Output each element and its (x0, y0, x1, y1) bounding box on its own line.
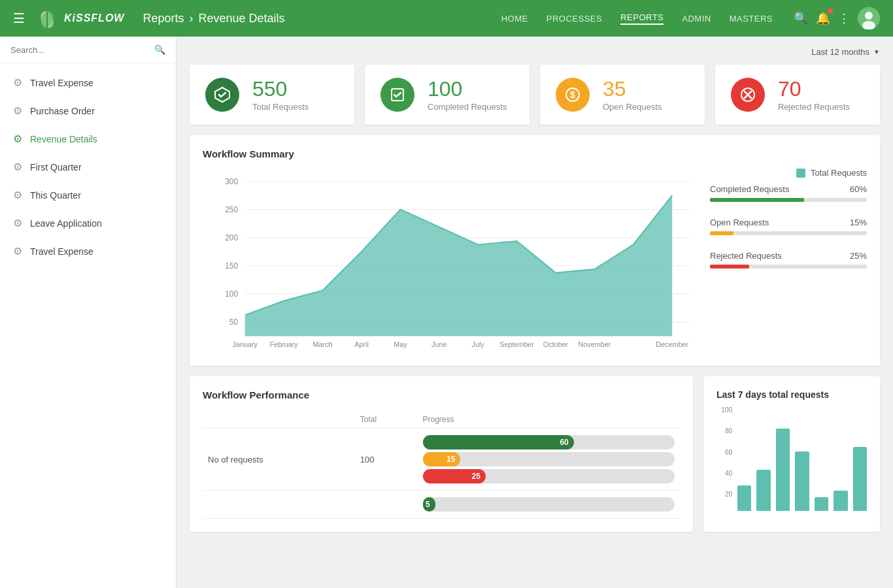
sidebar-nav: ⚙ Travel Expense ⚙ Purchase Order ⚙ Reve… (0, 63, 176, 588)
search-icon[interactable]: 🔍 (794, 11, 808, 25)
app-name: KiSSFLOW (64, 12, 124, 24)
perf-bar-fill-orange: 15 (423, 452, 461, 466)
nav-masters[interactable]: MASTERS (730, 14, 773, 24)
total-requests-icon (205, 78, 239, 112)
bar7-bar-2 (756, 470, 770, 511)
rejected-requests-bar-bg (710, 265, 867, 269)
svg-text:250: 250 (225, 205, 238, 214)
sidebar-item-label: Leave Application (30, 218, 102, 229)
svg-text:50: 50 (229, 318, 239, 327)
svg-text:100: 100 (225, 289, 238, 299)
open-requests-icon: $ (556, 78, 590, 112)
chart-area: Workflow Summary 300 250 200 150 100 (203, 148, 697, 353)
performance-table: Total Progress No of requests 100 60 (203, 411, 680, 519)
time-filter: Last 12 months ▼ (190, 47, 880, 57)
time-filter-label: Last 12 months (811, 47, 869, 57)
stat-info-open: 35 Open Requests (603, 78, 662, 112)
gear-icon: ⚙ (13, 189, 22, 201)
nav-links: HOME PROCESSES REPORTS ADMIN MASTERS (501, 12, 773, 25)
completed-requests-bar-bg (710, 198, 867, 202)
content-area: Last 12 months ▼ 550 Total Requests (177, 37, 893, 588)
svg-text:June: June (431, 340, 446, 348)
more-options-icon[interactable]: ⋮ (838, 11, 850, 25)
sidebar-item-label: Purchase Order (30, 106, 95, 116)
stat-cards: 550 Total Requests 100 Completed Request… (190, 65, 880, 125)
perf-bar-row-red: 25 (423, 469, 675, 483)
bar7-y-100: 100 (716, 406, 732, 414)
gear-icon: ⚙ (13, 76, 22, 89)
completed-requests-icon (380, 78, 414, 112)
svg-text:July: July (472, 340, 485, 348)
dropdown-arrow-icon[interactable]: ▼ (873, 48, 880, 56)
gear-icon: ⚙ (13, 161, 22, 173)
perf-row-label-2 (203, 491, 355, 519)
svg-text:December: December (656, 340, 688, 348)
completed-requests-bar (710, 198, 804, 202)
rejected-requests-bar (710, 265, 749, 269)
bar7-bar-4 (795, 451, 809, 511)
stat-info-total: 550 Total Requests (252, 78, 309, 112)
breadcrumb-reports[interactable]: Reports (143, 12, 184, 25)
completed-requests-number: 100 (428, 78, 507, 101)
breadcrumb-sep: › (189, 12, 193, 25)
perf-bar-row-orange: 15 (423, 452, 675, 466)
svg-text:February: February (270, 340, 299, 348)
nav-home[interactable]: HOME (501, 14, 528, 24)
workflow-summary-title: Workflow Summary (203, 148, 697, 159)
sidebar-item-leave-application[interactable]: ⚙ Leave Application (0, 209, 176, 237)
bar7-bar-3 (776, 429, 790, 511)
nav-processes[interactable]: PROCESSES (547, 14, 602, 24)
nav-admin[interactable]: ADMIN (682, 14, 711, 24)
svg-text:200: 200 (225, 233, 238, 242)
chart-legend-area: Total Requests Completed Requests 60% Op… (710, 148, 867, 353)
total-requests-legend: Total Requests (710, 168, 867, 178)
sidebar-item-travel-expense-2[interactable]: ⚙ Travel Expense (0, 237, 176, 265)
table-row: No of requests 100 60 15 (203, 429, 680, 491)
search-input[interactable] (10, 45, 154, 55)
perf-col-progress: Progress (418, 411, 681, 429)
sidebar-item-travel-expense-1[interactable]: ⚙ Travel Expense (0, 69, 176, 97)
bar7-bar-5 (815, 497, 828, 511)
completed-requests-legend-item: Completed Requests 60% (710, 184, 867, 202)
perf-bar-fill-red: 25 (423, 469, 486, 483)
gear-icon: ⚙ (13, 217, 22, 229)
sidebar-search-wrapper: 🔍 (0, 37, 176, 63)
svg-text:300: 300 (225, 177, 238, 186)
sidebar-item-purchase-order[interactable]: ⚙ Purchase Order (0, 97, 176, 125)
completed-requests-label: Completed Requests (428, 102, 507, 112)
stat-card-total: 550 Total Requests (190, 65, 354, 125)
workflow-summary-chart: 300 250 200 150 100 50 January February … (203, 167, 697, 350)
sidebar-item-first-quarter[interactable]: ⚙ First Quarter (0, 153, 176, 181)
bar7-bar-7 (853, 447, 867, 511)
top-navigation: ☰ KiSSFLOW Reports › Revenue Details HOM… (0, 0, 893, 37)
sidebar-item-label: This Quarter (30, 190, 81, 201)
svg-text:November: November (579, 340, 611, 348)
notification-icon[interactable]: 🔔 (816, 11, 830, 25)
rejected-requests-label: Rejected Requests (778, 102, 850, 112)
rejected-requests-number: 70 (778, 78, 850, 101)
sidebar-item-revenue-details[interactable]: ⚙ Revenue Details (0, 125, 176, 153)
perf-row-progress-2: 5 (418, 491, 681, 519)
perf-row-total: 100 (355, 429, 418, 491)
stat-card-completed: 100 Completed Requests (365, 65, 530, 125)
hamburger-icon[interactable]: ☰ (13, 10, 25, 26)
svg-text:September: September (499, 340, 534, 348)
svg-text:$: $ (570, 90, 575, 100)
total-requests-label: Total Requests (252, 102, 309, 112)
svg-text:March: March (313, 340, 333, 348)
avatar[interactable] (858, 7, 880, 29)
perf-bar-fill-green: 60 (423, 435, 574, 449)
perf-row-label: No of requests (203, 429, 355, 491)
rejected-requests-icon (731, 78, 765, 112)
workflow-summary-card: Workflow Summary 300 250 200 150 100 (190, 135, 880, 366)
sidebar-item-this-quarter[interactable]: ⚙ This Quarter (0, 181, 176, 209)
gear-icon: ⚙ (13, 105, 22, 117)
nav-reports[interactable]: REPORTS (620, 12, 664, 25)
perf-bar-row-green-2: 5 (423, 497, 675, 512)
perf-bar-row-green: 60 (423, 435, 675, 449)
workflow-performance-title: Workflow Performance (203, 389, 680, 400)
table-row: 5 (203, 491, 680, 519)
perf-row-progress: 60 15 25 (418, 429, 681, 491)
gear-icon: ⚙ (13, 133, 22, 145)
perf-bar-wrap-2: 5 (423, 497, 675, 512)
